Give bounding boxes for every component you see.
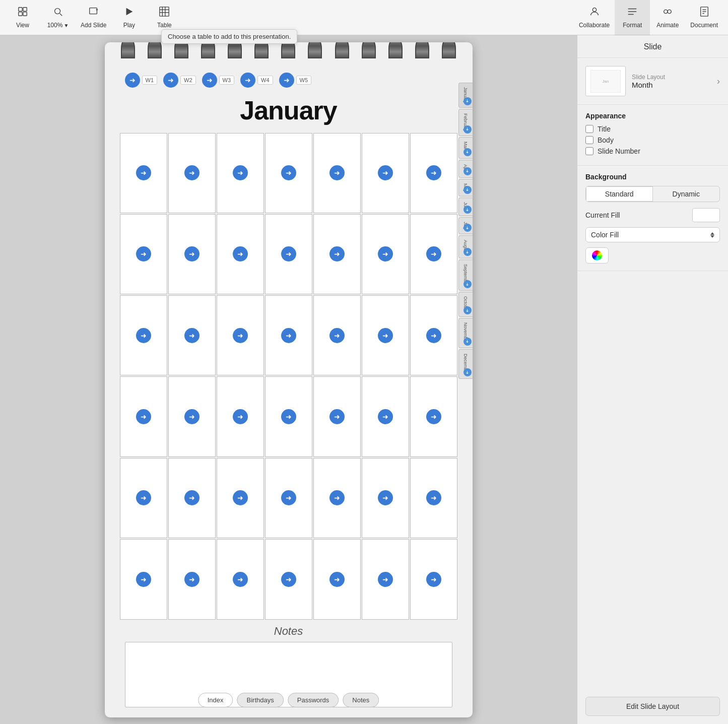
tab-may[interactable]: May ➜ (458, 179, 473, 196)
edit-layout-button[interactable]: Edit Slide Layout (585, 697, 720, 716)
cell-arrow: ➜ (426, 572, 441, 587)
color-picker-button[interactable] (585, 247, 609, 264)
cell-arrow: ➜ (329, 246, 345, 261)
color-fill-select[interactable]: Color Fill (585, 227, 720, 242)
tab-passwords[interactable]: Passwords (288, 693, 339, 707)
tab-october[interactable]: October ➜ (458, 292, 473, 317)
table-row[interactable]: ➜ (410, 133, 457, 213)
table-row[interactable]: ➜ (168, 458, 216, 538)
table-row[interactable]: ➜ (217, 458, 264, 538)
slide-number-checkbox[interactable] (585, 147, 593, 155)
table-row[interactable]: ➜ (265, 539, 312, 619)
february-arrow: ➜ (464, 125, 472, 134)
table-row[interactable]: ➜ (168, 295, 216, 375)
table-row[interactable]: ➜ (313, 133, 361, 213)
current-fill-swatch[interactable] (692, 208, 720, 222)
table-row[interactable]: ➜ (168, 214, 216, 294)
cell-arrow: ➜ (329, 572, 345, 587)
table-row[interactable]: ➜ (362, 376, 409, 456)
table-row[interactable]: ➜ (313, 539, 361, 619)
table-row[interactable]: ➜ (410, 539, 457, 619)
tab-december[interactable]: December ➜ (458, 349, 473, 379)
format-button[interactable]: Format (615, 0, 650, 35)
w1-arrow[interactable]: ➜ (125, 73, 140, 88)
table-row[interactable]: ➜ (410, 295, 457, 375)
slide-thumbnail: Jan (585, 66, 626, 96)
body-label: Body (598, 136, 614, 144)
table-row[interactable]: ➜ (217, 376, 264, 456)
table-row[interactable]: ➜ (265, 214, 312, 294)
table-row[interactable]: ➜ (313, 295, 361, 375)
table-row[interactable]: ➜ (120, 539, 167, 619)
table-row[interactable]: ➜ (362, 458, 409, 538)
cell-arrow: ➜ (184, 246, 200, 261)
body-checkbox[interactable] (585, 136, 593, 144)
add-slide-button[interactable]: Add Slide (76, 0, 111, 35)
table-row[interactable]: ➜ (217, 539, 264, 619)
table-row[interactable]: ➜ (168, 376, 216, 456)
table-row[interactable]: ➜ (217, 214, 264, 294)
standard-button[interactable]: Standard (586, 186, 653, 202)
table-row[interactable]: ➜ (362, 539, 409, 619)
svg-rect-1 (23, 8, 27, 11)
view-button[interactable]: View (5, 0, 40, 35)
table-row[interactable]: ➜ (265, 133, 312, 213)
document-icon (699, 6, 710, 20)
tab-february[interactable]: February ➜ (458, 109, 473, 136)
april-arrow: ➜ (464, 167, 472, 175)
tab-september[interactable]: September ➜ (458, 259, 473, 291)
table-row[interactable]: ➜ (120, 295, 167, 375)
tab-january[interactable]: January ➜ (458, 83, 473, 108)
table-row[interactable]: ➜ (120, 214, 167, 294)
cell-arrow: ➜ (426, 409, 441, 424)
tab-june[interactable]: June ➜ (458, 198, 473, 217)
table-row[interactable]: ➜ (120, 133, 167, 213)
table-row[interactable]: ➜ (362, 133, 409, 213)
w5-arrow[interactable]: ➜ (279, 73, 294, 88)
w2-arrow[interactable]: ➜ (163, 73, 178, 88)
cell-arrow: ➜ (136, 409, 151, 424)
table-row[interactable]: ➜ (313, 214, 361, 294)
table-row[interactable]: ➜ (410, 214, 457, 294)
title-label: Title (598, 125, 611, 133)
tab-august[interactable]: August ➜ (458, 235, 473, 258)
table-row[interactable]: ➜ (362, 295, 409, 375)
tab-birthdays[interactable]: Birthdays (237, 693, 284, 707)
table-row[interactable]: ➜ (168, 133, 216, 213)
table-row[interactable]: ➜ (120, 458, 167, 538)
play-button[interactable]: Play (111, 0, 147, 35)
tab-notes[interactable]: Notes (343, 693, 379, 707)
document-button[interactable]: Document (685, 0, 723, 35)
svg-rect-10 (160, 7, 169, 16)
table-row[interactable]: ➜ (265, 458, 312, 538)
table-row[interactable]: ➜ (410, 458, 457, 538)
table-row[interactable]: ➜ (313, 376, 361, 456)
tab-march[interactable]: March ➜ (458, 137, 473, 159)
table-row[interactable]: ➜ (313, 458, 361, 538)
view-icon (17, 6, 28, 20)
tab-november[interactable]: November ➜ (458, 318, 473, 348)
table-row[interactable]: ➜ (265, 376, 312, 456)
zoom-button[interactable]: 100% ▼ (40, 0, 76, 35)
table-row[interactable]: ➜ (265, 295, 312, 375)
w3-arrow[interactable]: ➜ (202, 73, 217, 88)
dynamic-button[interactable]: Dynamic (653, 186, 720, 202)
cell-arrow: ➜ (136, 165, 151, 180)
slide-layout-chevron[interactable]: › (717, 76, 720, 87)
tab-july[interactable]: July ➜ (458, 217, 473, 234)
table-row[interactable]: ➜ (217, 133, 264, 213)
collaborate-button[interactable]: Collaborate (574, 0, 615, 35)
table-row[interactable]: ➜ (168, 539, 216, 619)
cell-arrow: ➜ (426, 165, 441, 180)
table-row[interactable]: ➜ (362, 214, 409, 294)
table-row[interactable]: ➜ (217, 295, 264, 375)
spiral-5 (228, 42, 242, 58)
tab-index[interactable]: Index (198, 693, 233, 707)
animate-button[interactable]: Animate (650, 0, 685, 35)
tab-april[interactable]: April ➜ (458, 160, 473, 178)
table-row[interactable]: ➜ (410, 376, 457, 456)
table-row[interactable]: ➜ (120, 376, 167, 456)
format-icon (627, 6, 638, 20)
w4-arrow[interactable]: ➜ (240, 73, 255, 88)
title-checkbox[interactable] (585, 125, 593, 133)
